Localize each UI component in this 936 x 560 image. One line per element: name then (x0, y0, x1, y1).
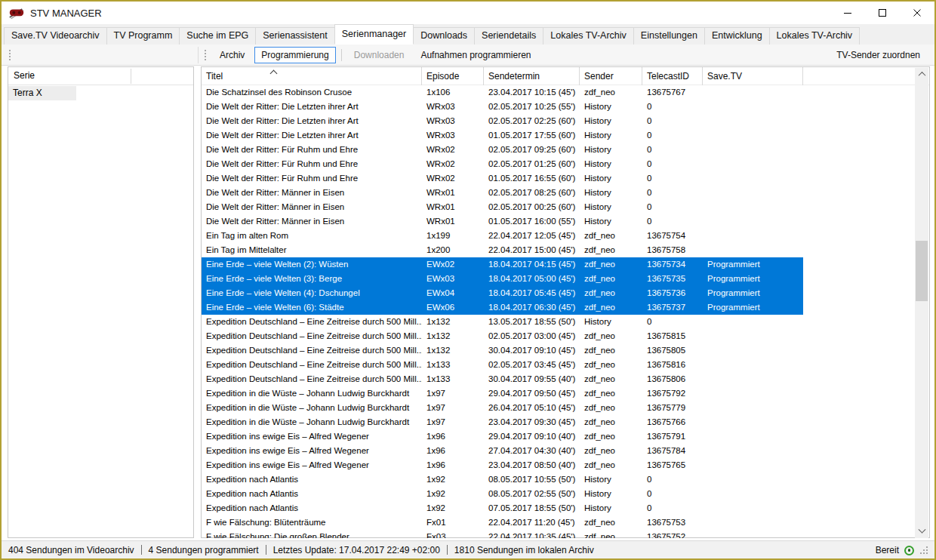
tab-suche-im-epg[interactable]: Suche im EPG (179, 27, 256, 45)
series-column-header[interactable]: Serie (8, 67, 193, 85)
table-row[interactable]: Expedition in die Wüste – Johann Ludwig … (202, 401, 803, 415)
table-row[interactable]: Die Welt der Ritter: Die Letzten ihrer A… (202, 100, 803, 114)
table-row[interactable]: Expedition ins ewige Eis – Alfred Wegene… (202, 429, 803, 444)
cell-episode: WRx03 (422, 128, 484, 143)
table-row[interactable]: Eine Erde – viele Welten (2): Wüsten EWx… (202, 257, 803, 272)
tab-lokales-tv-archiv[interactable]: Lokales TV-Archiv (769, 27, 861, 45)
table-row[interactable]: Expedition Deutschland – Eine Zeitreise … (202, 315, 803, 329)
table-row[interactable]: Expedition Deutschland – Eine Zeitreise … (202, 329, 803, 343)
cell-sender: History (580, 487, 642, 501)
table-row[interactable]: Eine Erde – viele Welten (3): Berge EWx0… (202, 272, 803, 286)
cell-titel: Ein Tag im Mittelalter (202, 243, 422, 257)
table-row[interactable]: Expedition ins ewige Eis – Alfred Wegene… (202, 444, 803, 458)
minimize-button[interactable] (830, 2, 865, 24)
tab-seriendetails[interactable]: Seriendetails (474, 27, 543, 45)
table-row[interactable]: Die Welt der Ritter: Männer in Eisen WRx… (202, 186, 803, 200)
tab-label: Seriendetails (482, 30, 536, 41)
vertical-scrollbar[interactable] (915, 68, 928, 538)
table-row[interactable]: Die Welt der Ritter: Für Ruhm und Ehre W… (202, 171, 803, 186)
cell-sender: zdf_neo (580, 243, 642, 257)
table-row[interactable]: Expedition nach Atlantis 1x92 08.05.2017… (202, 472, 803, 487)
tab-tv-programm[interactable]: TV Programm (106, 27, 180, 45)
cell-telecastid: 0 (642, 487, 703, 501)
scrollbar-thumb[interactable] (916, 241, 928, 301)
cell-sender: History (580, 472, 642, 487)
column-header-label: Save.TV (707, 71, 742, 82)
cell-telecastid: 0 (642, 214, 703, 229)
table-row[interactable]: Die Schatzinsel des Robinson Crusoe 1x10… (202, 85, 803, 100)
cell-episode: 1x96 (422, 458, 484, 472)
table-row[interactable]: Expedition nach Atlantis 1x92 08.05.2017… (202, 487, 803, 501)
column-header-save-tv[interactable]: Save.TV (703, 67, 803, 85)
column-header-sendetermin[interactable]: Sendetermin (484, 67, 580, 85)
table-row[interactable]: Die Welt der Ritter: Männer in Eisen WRx… (202, 214, 803, 229)
cell-sendetermin: 01.05.2017 17:55 (60') (484, 128, 580, 143)
tab-serienassistent[interactable]: Serienassistent (255, 27, 334, 45)
column-header-episode[interactable]: Episode (422, 67, 484, 85)
table-row[interactable]: Expedition Deutschland – Eine Zeitreise … (202, 358, 803, 372)
app-window: STV MANAGER Save.TV VideoarchivTV Progra… (0, 0, 936, 560)
column-divider[interactable] (131, 69, 131, 84)
tab-serienmanager[interactable]: Serienmanager (334, 24, 414, 45)
table-row[interactable]: Ein Tag im Mittelalter 1x200 22.04.2017 … (202, 243, 803, 257)
cell-sender: History (580, 157, 642, 171)
close-button[interactable] (900, 2, 934, 24)
table-row[interactable]: Expedition Deutschland – Eine Zeitreise … (202, 372, 803, 386)
table-row[interactable]: Expedition Deutschland – Eine Zeitreise … (202, 343, 803, 358)
cell-sender: zdf_neo (580, 458, 642, 472)
cell-sendetermin: 02.05.2017 08:25 (60') (484, 186, 580, 200)
cell-episode: 1x96 (422, 444, 484, 458)
cell-sendetermin: 02.05.2017 00:25 (60') (484, 200, 580, 214)
cell-telecastid: 13675765 (642, 458, 703, 472)
table-row[interactable]: Expedition in die Wüste – Johann Ludwig … (202, 386, 803, 401)
table-row[interactable]: Ein Tag im alten Rom 1x199 22.04.2017 12… (202, 229, 803, 243)
cell-telecastid: 0 (642, 143, 703, 157)
table-row[interactable]: Eine Erde – viele Welten (6): Städte EWx… (202, 300, 803, 315)
tab-save-tv-videoarchiv[interactable]: Save.TV Videoarchiv (4, 27, 107, 45)
column-header-telecastid[interactable]: TelecastID (642, 67, 703, 85)
scroll-up-icon[interactable] (915, 68, 928, 81)
table-row[interactable]: Expedition in die Wüste – Johann Ludwig … (202, 415, 803, 429)
ready-label: Bereit (876, 545, 899, 555)
column-header-sender[interactable]: Sender (580, 67, 642, 85)
cell-episode: WRx03 (422, 100, 484, 114)
tab-downloads[interactable]: Downloads (413, 27, 475, 45)
cell-sender: History (580, 100, 642, 114)
cell-telecastid: 13675736 (642, 286, 703, 300)
cell-telecastid: 0 (642, 100, 703, 114)
cell-episode: WRx01 (422, 214, 484, 229)
column-header-titel[interactable]: Titel (202, 67, 422, 85)
scroll-down-icon[interactable] (915, 525, 928, 538)
tab-lokales-tv-archiv[interactable]: Lokales TV-Archiv (543, 27, 634, 45)
resize-grip[interactable] (919, 546, 928, 555)
table-row[interactable]: Die Welt der Ritter: Für Ruhm und Ehre W… (202, 157, 803, 171)
table-row[interactable]: Die Welt der Ritter: Für Ruhm und Ehre W… (202, 143, 803, 157)
tab-entwicklung[interactable]: Entwicklung (704, 27, 770, 45)
cell-titel: Die Welt der Ritter: Männer in Eisen (202, 186, 422, 200)
table-row[interactable]: Eine Erde – viele Welten (4): Dschungel … (202, 286, 803, 300)
tab-einstellungen[interactable]: Einstellungen (633, 27, 705, 45)
toolbar-grip-icon[interactable] (204, 50, 207, 60)
table-row[interactable]: F wie Fälschung: Blütenträume Fx01 22.04… (202, 515, 803, 530)
archiv-button[interactable]: Archiv (213, 47, 251, 63)
cell-sendetermin: 22.04.2017 15:00 (45') (484, 243, 580, 257)
table-row[interactable]: Expedition ins ewige Eis – Alfred Wegene… (202, 458, 803, 472)
cell-sender: History (580, 128, 642, 143)
tv-sender-zuordnen-button[interactable]: TV-Sender zuordnen (830, 47, 927, 63)
toolbar-grip-icon[interactable] (8, 50, 11, 60)
cell-episode: WRx01 (422, 186, 484, 200)
series-list-item[interactable]: Terra X (8, 86, 76, 100)
cell-titel: Expedition nach Atlantis (202, 501, 422, 515)
table-row[interactable]: Die Welt der Ritter: Die Letzten ihrer A… (202, 128, 803, 143)
table-row[interactable]: F wie Fälschung: Die großen Blender Fx03… (202, 530, 803, 538)
cell-telecastid: 13675816 (642, 358, 703, 372)
maximize-button[interactable] (865, 2, 900, 24)
table-row[interactable]: Expedition nach Atlantis 1x92 07.05.2017… (202, 501, 803, 515)
programmierung-button[interactable]: Programmierung (254, 47, 335, 63)
aufnahmen-programmieren-button[interactable]: Aufnahmen programmieren (414, 47, 537, 63)
cell-sendetermin: 02.05.2017 03:00 (45') (484, 329, 580, 343)
table-row[interactable]: Die Welt der Ritter: Männer in Eisen WRx… (202, 200, 803, 214)
cell-telecastid: 13675737 (642, 300, 703, 315)
cell-savetv (703, 415, 803, 429)
table-row[interactable]: Die Welt der Ritter: Die Letzten ihrer A… (202, 114, 803, 128)
